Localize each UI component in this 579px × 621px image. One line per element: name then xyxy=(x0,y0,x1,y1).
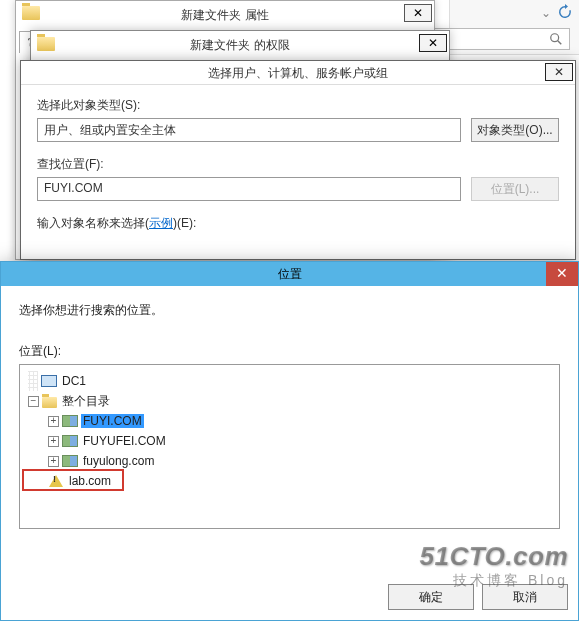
close-button[interactable]: ✕ xyxy=(546,262,578,286)
domain-icon xyxy=(62,413,78,429)
tree-label: 位置(L): xyxy=(19,343,560,360)
folder-icon xyxy=(42,397,57,408)
collapse-icon[interactable]: − xyxy=(28,396,39,407)
domain-icon xyxy=(62,453,78,469)
select-users-titlebar: 选择用户、计算机、服务帐户或组 ✕ xyxy=(21,61,575,85)
tree-node-warn[interactable]: lab.com xyxy=(24,471,555,491)
domain-icon xyxy=(62,433,78,449)
locations-button[interactable]: 位置(L)... xyxy=(471,177,559,201)
tree-selected-label: FUYI.COM xyxy=(81,414,144,428)
location-dialog: 位置 ✕ 选择你想进行搜索的位置。 位置(L): DC1 − 整个目录 + FU… xyxy=(0,261,579,621)
svg-line-1 xyxy=(558,41,562,45)
example-link[interactable]: 示例 xyxy=(149,216,173,230)
explorer-right-fragment: ⌄ xyxy=(449,0,579,55)
refresh-icon[interactable] xyxy=(557,4,573,20)
names-label: 输入对象名称来选择(示例)(E): xyxy=(37,215,559,232)
object-type-field[interactable]: 用户、组或内置安全主体 xyxy=(37,118,461,142)
close-button[interactable]: ✕ xyxy=(404,4,432,22)
dropdown-chevron-icon[interactable]: ⌄ xyxy=(541,6,551,20)
location-field[interactable]: FUYI.COM xyxy=(37,177,461,201)
warning-icon xyxy=(48,473,64,489)
tree-node-domain[interactable]: + FUYUFEI.COM xyxy=(24,431,555,451)
tree-node-domain[interactable]: + fuyulong.com xyxy=(24,451,555,471)
location-message: 选择你想进行搜索的位置。 xyxy=(19,302,560,319)
tree-node-domain[interactable]: + FUYI.COM xyxy=(24,411,555,431)
object-types-button[interactable]: 对象类型(O)... xyxy=(471,118,559,142)
location-title: 位置 xyxy=(278,267,302,281)
search-icon xyxy=(549,32,563,49)
tree-node-computer[interactable]: DC1 xyxy=(24,371,555,391)
cancel-button[interactable]: 取消 xyxy=(482,584,568,610)
location-tree[interactable]: DC1 − 整个目录 + FUYI.COM + FUYUFEI.COM + fu… xyxy=(19,364,560,529)
close-button[interactable]: ✕ xyxy=(419,34,447,52)
permissions-title: 新建文件夹 的权限 xyxy=(31,31,449,59)
watermark: 51CTO.com 技术博客 Blog xyxy=(419,541,568,590)
ok-button[interactable]: 确定 xyxy=(388,584,474,610)
select-users-dialog: 选择用户、计算机、服务帐户或组 ✕ 选择此对象类型(S): 用户、组或内置安全主… xyxy=(20,60,576,260)
expand-icon[interactable]: + xyxy=(48,456,59,467)
location-label: 查找位置(F): xyxy=(37,156,559,173)
object-type-label: 选择此对象类型(S): xyxy=(37,97,559,114)
svg-point-0 xyxy=(551,34,559,42)
close-button[interactable]: ✕ xyxy=(545,63,573,81)
properties-title: 新建文件夹 属性 xyxy=(16,1,434,29)
location-titlebar: 位置 ✕ xyxy=(1,262,578,286)
select-users-title: 选择用户、计算机、服务帐户或组 xyxy=(208,66,388,80)
tree-node-root[interactable]: − 整个目录 xyxy=(24,391,555,411)
expand-icon[interactable]: + xyxy=(48,436,59,447)
expand-icon[interactable]: + xyxy=(48,416,59,427)
computer-icon xyxy=(41,373,57,389)
